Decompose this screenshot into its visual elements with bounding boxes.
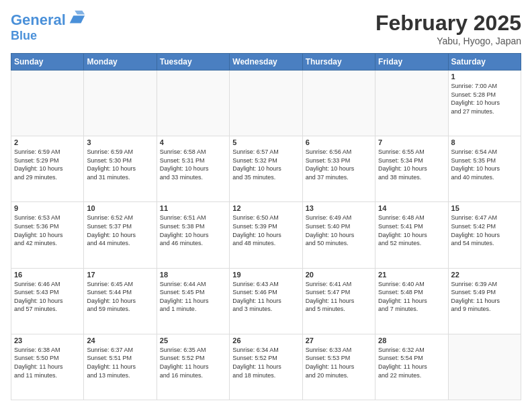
calendar-cell: 24Sunrise: 6:37 AM Sunset: 5:51 PM Dayli… [84, 334, 157, 400]
day-number: 28 [378, 336, 445, 345]
header: General Blue February 2025 Yabu, Hyogo, … [11, 11, 521, 46]
day-number: 3 [87, 138, 153, 146]
day-number: 4 [160, 138, 226, 146]
calendar-cell: 10Sunrise: 6:52 AM Sunset: 5:37 PM Dayli… [84, 202, 157, 268]
calendar-week-0: 1Sunrise: 7:00 AM Sunset: 5:28 PM Daylig… [11, 71, 521, 136]
day-number: 7 [378, 138, 445, 146]
day-info: Sunrise: 6:48 AM Sunset: 5:41 PM Dayligh… [378, 214, 445, 247]
day-number: 6 [306, 138, 372, 146]
day-info: Sunrise: 7:00 AM Sunset: 5:28 PM Dayligh… [451, 82, 518, 116]
calendar-cell [375, 71, 448, 136]
calendar-cell: 7Sunrise: 6:55 AM Sunset: 5:34 PM Daylig… [375, 136, 448, 202]
calendar-cell: 28Sunrise: 6:32 AM Sunset: 5:54 PM Dayli… [375, 334, 448, 400]
day-number: 13 [306, 204, 372, 212]
calendar-cell: 13Sunrise: 6:49 AM Sunset: 5:40 PM Dayli… [302, 202, 375, 268]
calendar-cell [302, 71, 375, 136]
calendar-cell [11, 71, 84, 136]
day-info: Sunrise: 6:52 AM Sunset: 5:37 PM Dayligh… [87, 214, 153, 247]
day-info: Sunrise: 6:33 AM Sunset: 5:53 PM Dayligh… [306, 346, 372, 379]
day-number: 11 [160, 204, 226, 212]
calendar-cell: 11Sunrise: 6:51 AM Sunset: 5:38 PM Dayli… [157, 202, 229, 268]
calendar-cell: 22Sunrise: 6:39 AM Sunset: 5:49 PM Dayli… [448, 268, 521, 334]
day-info: Sunrise: 6:51 AM Sunset: 5:38 PM Dayligh… [160, 214, 226, 247]
calendar-cell: 19Sunrise: 6:43 AM Sunset: 5:46 PM Dayli… [230, 268, 302, 334]
day-info: Sunrise: 6:55 AM Sunset: 5:34 PM Dayligh… [378, 148, 445, 181]
day-number: 18 [160, 271, 226, 279]
day-info: Sunrise: 6:34 AM Sunset: 5:52 PM Dayligh… [232, 346, 299, 379]
calendar-cell: 1Sunrise: 7:00 AM Sunset: 5:28 PM Daylig… [448, 71, 521, 136]
day-info: Sunrise: 6:45 AM Sunset: 5:44 PM Dayligh… [87, 280, 153, 314]
calendar-cell [448, 334, 521, 400]
calendar-cell: 25Sunrise: 6:35 AM Sunset: 5:52 PM Dayli… [157, 334, 229, 400]
calendar-week-2: 9Sunrise: 6:53 AM Sunset: 5:36 PM Daylig… [11, 202, 521, 268]
day-number: 25 [160, 336, 226, 345]
col-friday: Friday [375, 54, 448, 71]
day-info: Sunrise: 6:59 AM Sunset: 5:29 PM Dayligh… [14, 148, 81, 181]
day-info: Sunrise: 6:38 AM Sunset: 5:50 PM Dayligh… [14, 346, 81, 379]
calendar-cell: 4Sunrise: 6:58 AM Sunset: 5:31 PM Daylig… [157, 136, 229, 202]
calendar-cell: 27Sunrise: 6:33 AM Sunset: 5:53 PM Dayli… [302, 334, 375, 400]
day-info: Sunrise: 6:47 AM Sunset: 5:42 PM Dayligh… [451, 214, 518, 247]
calendar-cell [157, 71, 229, 136]
day-info: Sunrise: 6:43 AM Sunset: 5:46 PM Dayligh… [232, 280, 299, 314]
day-info: Sunrise: 6:44 AM Sunset: 5:45 PM Dayligh… [160, 280, 226, 314]
calendar-cell: 9Sunrise: 6:53 AM Sunset: 5:36 PM Daylig… [11, 202, 84, 268]
day-number: 8 [451, 138, 518, 146]
calendar-cell [84, 71, 157, 136]
day-info: Sunrise: 6:35 AM Sunset: 5:52 PM Dayligh… [160, 346, 226, 379]
day-number: 17 [87, 271, 153, 279]
calendar-cell: 16Sunrise: 6:46 AM Sunset: 5:43 PM Dayli… [11, 268, 84, 334]
calendar-cell: 17Sunrise: 6:45 AM Sunset: 5:44 PM Dayli… [84, 268, 157, 334]
col-thursday: Thursday [302, 54, 375, 71]
subtitle: Yabu, Hyogo, Japan [375, 36, 521, 46]
day-number: 19 [232, 271, 299, 279]
day-info: Sunrise: 6:37 AM Sunset: 5:51 PM Dayligh… [87, 346, 153, 379]
calendar-cell: 26Sunrise: 6:34 AM Sunset: 5:52 PM Dayli… [230, 334, 302, 400]
col-saturday: Saturday [448, 54, 521, 71]
logo-text: General [11, 13, 66, 28]
day-number: 24 [87, 336, 153, 345]
logo-icon [67, 9, 86, 28]
calendar-cell: 12Sunrise: 6:50 AM Sunset: 5:39 PM Dayli… [230, 202, 302, 268]
day-info: Sunrise: 6:57 AM Sunset: 5:32 PM Dayligh… [232, 148, 299, 181]
day-number: 22 [451, 271, 518, 279]
day-number: 5 [232, 138, 299, 146]
day-info: Sunrise: 6:50 AM Sunset: 5:39 PM Dayligh… [232, 214, 299, 247]
calendar-week-4: 23Sunrise: 6:38 AM Sunset: 5:50 PM Dayli… [11, 334, 521, 400]
calendar-cell: 2Sunrise: 6:59 AM Sunset: 5:29 PM Daylig… [11, 136, 84, 202]
day-info: Sunrise: 6:39 AM Sunset: 5:49 PM Dayligh… [451, 280, 518, 314]
calendar-cell: 23Sunrise: 6:38 AM Sunset: 5:50 PM Dayli… [11, 334, 84, 400]
day-number: 14 [378, 204, 445, 212]
day-info: Sunrise: 6:59 AM Sunset: 5:30 PM Dayligh… [87, 148, 153, 181]
calendar-cell: 20Sunrise: 6:41 AM Sunset: 5:47 PM Dayli… [302, 268, 375, 334]
logo-general: General [11, 11, 66, 28]
svg-marker-0 [70, 15, 85, 23]
day-info: Sunrise: 6:53 AM Sunset: 5:36 PM Dayligh… [14, 214, 81, 247]
logo: General Blue [11, 11, 86, 42]
day-number: 21 [378, 271, 445, 279]
col-wednesday: Wednesday [230, 54, 302, 71]
day-info: Sunrise: 6:54 AM Sunset: 5:35 PM Dayligh… [451, 148, 518, 181]
col-sunday: Sunday [11, 54, 84, 71]
day-info: Sunrise: 6:58 AM Sunset: 5:31 PM Dayligh… [160, 148, 226, 181]
col-monday: Monday [84, 54, 157, 71]
day-number: 15 [451, 204, 518, 212]
day-number: 9 [14, 204, 81, 212]
day-info: Sunrise: 6:32 AM Sunset: 5:54 PM Dayligh… [378, 346, 445, 379]
calendar-cell: 8Sunrise: 6:54 AM Sunset: 5:35 PM Daylig… [448, 136, 521, 202]
svg-marker-1 [75, 11, 85, 15]
calendar-cell: 15Sunrise: 6:47 AM Sunset: 5:42 PM Dayli… [448, 202, 521, 268]
day-info: Sunrise: 6:46 AM Sunset: 5:43 PM Dayligh… [14, 280, 81, 314]
day-number: 20 [306, 271, 372, 279]
calendar-header-row: Sunday Monday Tuesday Wednesday Thursday… [11, 54, 521, 71]
day-number: 10 [87, 204, 153, 212]
calendar-cell: 5Sunrise: 6:57 AM Sunset: 5:32 PM Daylig… [230, 136, 302, 202]
day-number: 27 [306, 336, 372, 345]
main-title: February 2025 [375, 11, 521, 36]
calendar-cell: 18Sunrise: 6:44 AM Sunset: 5:45 PM Dayli… [157, 268, 229, 334]
calendar-week-3: 16Sunrise: 6:46 AM Sunset: 5:43 PM Dayli… [11, 268, 521, 334]
col-tuesday: Tuesday [157, 54, 229, 71]
calendar-cell: 3Sunrise: 6:59 AM Sunset: 5:30 PM Daylig… [84, 136, 157, 202]
day-number: 2 [14, 138, 81, 146]
day-info: Sunrise: 6:56 AM Sunset: 5:33 PM Dayligh… [306, 148, 372, 181]
